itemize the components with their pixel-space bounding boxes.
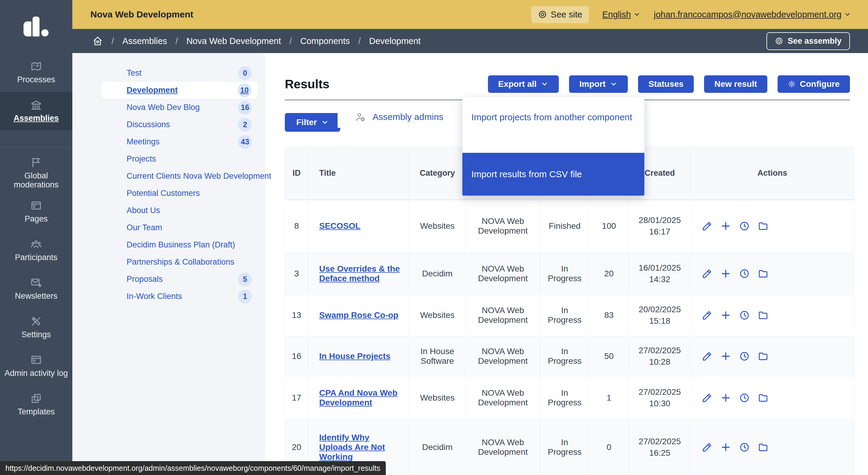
result-title-link[interactable]: Use Overrides & the Deface method [319,264,400,283]
add-action-icon[interactable] [720,268,731,279]
component-item-potential-customers[interactable]: Potential Customers [72,185,265,202]
add-action-icon[interactable] [720,221,731,231]
edit-action-icon[interactable] [702,392,712,403]
history-action-icon[interactable] [739,221,750,231]
history-action-icon[interactable] [739,442,750,453]
delete-action-icon[interactable] [832,351,843,362]
breadcrumb-item[interactable]: Nova Web Development [186,36,281,46]
component-item-meetings[interactable]: Meetings 43 [72,133,265,150]
result-title-link[interactable]: In House Projects [319,351,391,361]
filter-button[interactable]: Filter [285,113,340,132]
component-item-partnerships-collaborations[interactable]: Partnerships & Collaborations [72,253,265,271]
component-item-decidim-business-plan-draft-[interactable]: Decidim Business Plan (Draft) [72,236,265,253]
preview-action-icon[interactable] [795,221,806,231]
component-item-in-work-clients[interactable]: In-Work Clients 1 [72,288,265,305]
sidebar-item-pages[interactable]: Pages [0,192,72,231]
history-action-icon[interactable] [739,351,750,362]
folder-action-icon[interactable] [758,310,769,321]
component-item-current-clients-nova-web-development[interactable]: Current Clients Nova Web Development [72,167,265,185]
component-item-our-team[interactable]: Our Team [72,219,265,236]
statuses-button[interactable]: Statuses [638,75,694,93]
permissions-action-icon[interactable] [814,221,825,231]
add-action-icon[interactable] [720,310,731,321]
sidebar-item-admin-activity-log[interactable]: Admin activity log [0,347,72,385]
user-menu[interactable]: johan.francocampos@novawebdevelopment.or… [654,10,851,20]
add-action-icon[interactable] [720,392,731,403]
component-item-proposals[interactable]: Proposals 5 [72,271,265,288]
component-item-discussions[interactable]: Discussions 2 [72,116,265,133]
see-site-link[interactable]: See site [531,6,589,23]
edit-action-icon[interactable] [702,310,712,321]
component-item-test[interactable]: Test 0 [72,64,265,82]
sidebar-item-newsletters[interactable]: Newsletters [0,270,72,308]
breadcrumb-item[interactable]: Development [369,36,421,46]
preview-action-icon[interactable] [795,310,806,321]
folder-action-icon[interactable] [758,351,769,362]
edit-action-icon[interactable] [702,351,712,362]
sidebar-item-participants[interactable]: Participants [0,231,72,270]
attachments-action-icon[interactable] [776,221,787,231]
component-item-nova-web-dev-blog[interactable]: Nova Web Dev Blog 16 [72,99,265,116]
component-item-projects[interactable]: Projects [72,150,265,167]
permissions-action-icon[interactable] [814,442,825,453]
history-action-icon[interactable] [739,392,750,403]
permissions-action-icon[interactable] [814,310,825,321]
sidebar-item-processes[interactable]: Processes [0,53,72,92]
preview-action-icon[interactable] [795,392,806,403]
created-date: 27/02/2025 [632,345,687,356]
folder-action-icon[interactable] [758,221,769,231]
delete-action-icon[interactable] [832,268,843,279]
sidebar-item-assemblies[interactable]: Assemblies [0,92,72,130]
home-icon[interactable] [92,36,103,46]
preview-action-icon[interactable] [795,268,806,279]
export-all-button[interactable]: Export all [488,75,559,93]
result-title-link[interactable]: CPA And Nova Web Development [319,388,398,407]
delete-action-icon[interactable] [832,442,843,453]
sidebar-item-settings[interactable]: Settings [0,308,72,347]
edit-action-icon[interactable] [702,221,712,231]
delete-action-icon[interactable] [832,310,843,321]
folder-action-icon[interactable] [758,442,769,453]
attachments-action-icon[interactable] [776,351,787,362]
permissions-action-icon[interactable] [814,392,825,403]
delete-action-icon[interactable] [832,392,843,403]
menu-item-import-projects-from-another-component[interactable]: Import projects from another component [462,97,644,153]
sidebar-item-templates[interactable]: Templates [0,385,72,424]
add-action-icon[interactable] [720,442,731,453]
preview-action-icon[interactable] [795,351,806,362]
history-action-icon[interactable] [739,268,750,279]
breadcrumb-item[interactable]: Assemblies [122,36,167,46]
folder-action-icon[interactable] [758,392,769,403]
delete-action-icon[interactable] [832,221,843,231]
configure-button[interactable]: Configure [778,75,850,93]
breadcrumb-item[interactable]: Components [300,36,350,46]
permissions-action-icon[interactable] [814,351,825,362]
result-title-link[interactable]: Swamp Rose Co-op [319,311,398,320]
add-action-icon[interactable] [720,351,731,362]
attachments-action-icon[interactable] [776,392,787,403]
preview-action-icon[interactable] [795,442,806,453]
permissions-action-icon[interactable] [814,268,825,279]
history-action-icon[interactable] [739,310,750,321]
brand-logo[interactable] [24,17,51,36]
result-title-link[interactable]: Identify Why Uploads Are Not Working [319,433,385,462]
folder-action-icon[interactable] [758,268,769,279]
attachments-action-icon[interactable] [776,442,787,453]
edit-action-icon[interactable] [702,442,712,453]
component-item-about-us[interactable]: About Us [72,202,265,219]
table-row: 3 Use Overrides & the Deface method Deci… [285,253,854,295]
language-dropdown[interactable]: English [602,10,641,20]
import-button[interactable]: Import [569,75,628,93]
sidebar-item-global-moderations[interactable]: Global moderations [0,154,72,192]
chevron-down-icon [633,11,641,18]
component-item-development[interactable]: Development 10 [101,82,258,99]
new-result-button[interactable]: New result [704,75,767,93]
menu-item-import-results-from-csv-file[interactable]: Import results from CSV file [462,153,644,196]
result-title-link[interactable]: SECOSOL [319,221,361,230]
edit-action-icon[interactable] [702,268,712,279]
cell-category: Websites [409,376,466,419]
attachments-action-icon[interactable] [776,268,787,279]
attachments-action-icon[interactable] [776,310,787,321]
people-icon [30,238,42,250]
see-assembly-button[interactable]: See assembly [767,32,850,50]
